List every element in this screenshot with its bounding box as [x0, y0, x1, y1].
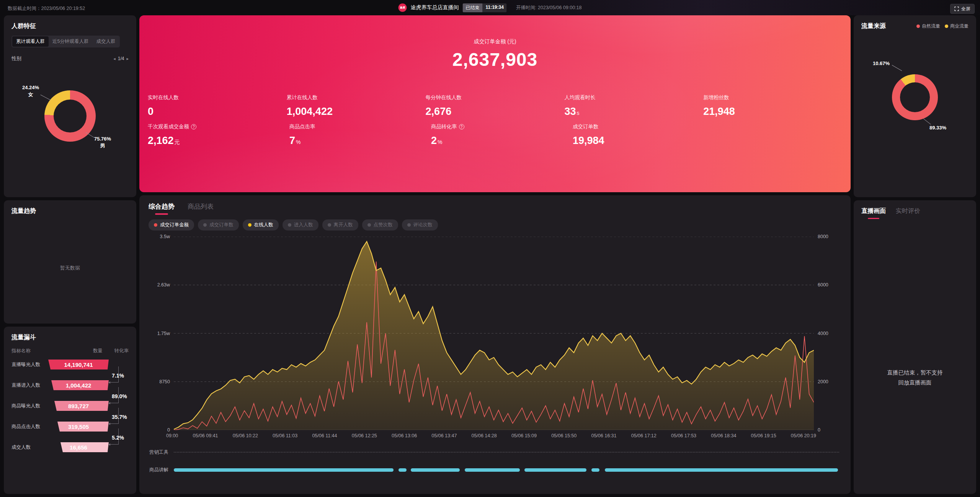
source-legend-item[interactable]: 自然流量: [916, 23, 940, 29]
explain-segment[interactable]: [411, 468, 460, 472]
fullscreen-button[interactable]: 全屏: [950, 4, 975, 14]
funnel-bar[interactable]: 14,190,741: [48, 360, 109, 369]
status-ended-label: 已结束: [462, 3, 482, 12]
gender-male-callout: 75.76% 男: [94, 136, 111, 149]
data-cutoff-time: 数据截止时间：2023/05/06 20:19:52: [8, 5, 85, 12]
audience-tab-1[interactable]: 近5分钟观看人群: [49, 36, 92, 47]
legend-label: 自然流量: [922, 23, 940, 29]
metrics-row-2: 千次观看成交金额?2,162元商品点击率7%商品转化率?2%成交订单数19,98…: [148, 123, 842, 147]
help-icon[interactable]: ?: [459, 124, 464, 129]
chart-tab-0[interactable]: 综合趋势: [149, 202, 175, 215]
live-tab-1[interactable]: 实时评价: [896, 207, 920, 219]
funnel-header-row: 指标名称 数量 转化率: [11, 348, 129, 354]
x-axis-tick: 05/06 09:41: [193, 433, 218, 438]
live-tab-0[interactable]: 直播画面: [861, 207, 886, 219]
funnel-col-qty: 数量: [48, 348, 106, 354]
traffic-source-title: 流量来源: [861, 22, 886, 30]
marketing-tools-label: 营销工具: [149, 449, 174, 456]
metric-商品转化率: 商品转化率?2%: [431, 123, 573, 147]
left-axis-tick: 0: [167, 427, 174, 433]
legend-pill-1[interactable]: 成交订单数: [198, 219, 239, 231]
live-view-panel: 直播画面实时评价 直播已结束，暂不支持 回放直播画面: [854, 200, 976, 494]
legend-dot-icon: [248, 223, 252, 227]
x-axis-tick: 05/06 12:25: [352, 433, 377, 438]
tuhu-logo-icon: 途虎: [398, 3, 407, 12]
pager-prev-icon[interactable]: ◂: [113, 56, 116, 61]
gmv-label: 成交订单金额 (元): [139, 38, 851, 45]
metric-成交订单数: 成交订单数19,984: [573, 123, 714, 147]
metric-新增粉丝数: 新增粉丝数21,948: [703, 94, 842, 118]
metric-value: 2: [431, 135, 437, 146]
explain-segment[interactable]: [399, 468, 407, 472]
dimension-pager: ◂ 1/4 ▸: [113, 56, 129, 61]
pager-position: 1/4: [118, 56, 124, 61]
product-explain-track[interactable]: [174, 468, 839, 472]
metric-每分钟在线人数: 每分钟在线人数2,676: [426, 94, 565, 118]
explain-segment[interactable]: [591, 468, 599, 472]
legend-dot-icon: [288, 223, 291, 227]
metric-unit: %: [296, 139, 301, 145]
x-axis-tick: 05/06 15:50: [551, 433, 577, 438]
explain-segment[interactable]: [465, 468, 520, 472]
funnel-bar[interactable]: 319,505: [48, 422, 109, 432]
legend-dot-icon: [328, 223, 331, 227]
left-axis-tick: 3.5w: [160, 234, 174, 239]
funnel-bar[interactable]: 893,727: [48, 401, 109, 411]
audience-tab-2[interactable]: 成交人群: [92, 36, 119, 47]
legend-pill-0[interactable]: 成交订单金额: [149, 219, 194, 231]
x-axis-tick: 05/06 10:22: [233, 433, 258, 438]
help-icon[interactable]: ?: [191, 124, 196, 129]
left-axis-tick: 2.63w: [157, 282, 174, 288]
traffic-trend-panel: 流量趋势 暂无数据: [4, 200, 136, 324]
natural-callout: 89.33%: [929, 124, 946, 131]
funnel-conversion-rate: 89.0%: [112, 393, 127, 399]
pager-next-icon[interactable]: ▸: [126, 56, 129, 61]
funnel-bar[interactable]: 16,656: [48, 442, 109, 452]
fullscreen-label: 全屏: [961, 6, 970, 12]
explain-segment[interactable]: [524, 468, 586, 472]
legend-pill-2[interactable]: 在线人数: [243, 219, 279, 231]
source-legend-item[interactable]: 商业流量: [945, 23, 969, 29]
stream-status-badge: 已结束 11:19:34: [462, 3, 506, 12]
commercial-callout: 10.67%: [873, 60, 890, 67]
metric-unit: s: [577, 110, 579, 116]
metric-value: 2,676: [426, 106, 452, 117]
audience-tab-0[interactable]: 累计观看人群: [12, 36, 49, 47]
x-axis-tick: 05/06 20:19: [791, 433, 816, 438]
marketing-tools-track: [174, 452, 839, 453]
stream-start-time: 开播时间: 2023/05/06 09:00:18: [516, 5, 582, 11]
gender-dimension-label: 性别: [11, 55, 21, 62]
legend-pill-3[interactable]: 进入人数: [283, 219, 318, 231]
trend-chart[interactable]: 087501.75w2.63w3.5w02000400060008000: [174, 237, 814, 430]
x-axis-tick: 05/06 18:34: [711, 433, 736, 438]
legend-pill-5[interactable]: 点赞次数: [362, 219, 398, 231]
legend-dot-icon: [916, 25, 920, 28]
x-axis-tick: 05/06 11:44: [312, 433, 337, 438]
metric-value: 1,004,422: [287, 106, 333, 117]
live-ended-message: 直播已结束，暂不支持 回放直播画面: [854, 368, 976, 387]
explain-segment[interactable]: [605, 468, 838, 472]
traffic-source-legend: 自然流量商业流量: [916, 23, 969, 29]
metric-value: 0: [148, 106, 154, 117]
x-axis-tick: 05/06 13:47: [431, 433, 457, 438]
right-axis-tick: 8000: [814, 234, 828, 239]
legend-pill-4[interactable]: 离开人数: [322, 219, 358, 231]
legend-pill-6[interactable]: 评论次数: [402, 219, 438, 231]
legend-label: 评论次数: [413, 222, 433, 228]
metric-label: 新增粉丝数: [703, 94, 729, 101]
x-axis-tick: 05/06 19:15: [751, 433, 776, 438]
metric-累计在线人数: 累计在线人数1,004,422: [287, 94, 426, 118]
chart-tab-1[interactable]: 商品列表: [188, 202, 214, 215]
summary-card: 成交订单金额 (元) 2,637,903 实时在线人数0累计在线人数1,004,…: [139, 15, 851, 192]
metrics-row-1: 实时在线人数0累计在线人数1,004,422每分钟在线人数2,676人均观看时长…: [148, 94, 842, 118]
traffic-source-donut[interactable]: [892, 74, 938, 120]
explain-segment[interactable]: [174, 468, 394, 472]
legend-dot-icon: [154, 223, 157, 227]
fullscreen-icon: [954, 7, 959, 11]
room-header: 途虎 途虎养车总店直播间 已结束 11:19:34 开播时间: 2023/05/…: [398, 0, 581, 15]
funnel-bar[interactable]: 1,004,422: [48, 380, 109, 390]
funnel-conversion-rate: 35.7%: [112, 414, 127, 420]
legend-dot-icon: [203, 223, 207, 227]
metric-实时在线人数: 实时在线人数0: [148, 94, 287, 118]
legend-dot-icon: [407, 223, 411, 227]
